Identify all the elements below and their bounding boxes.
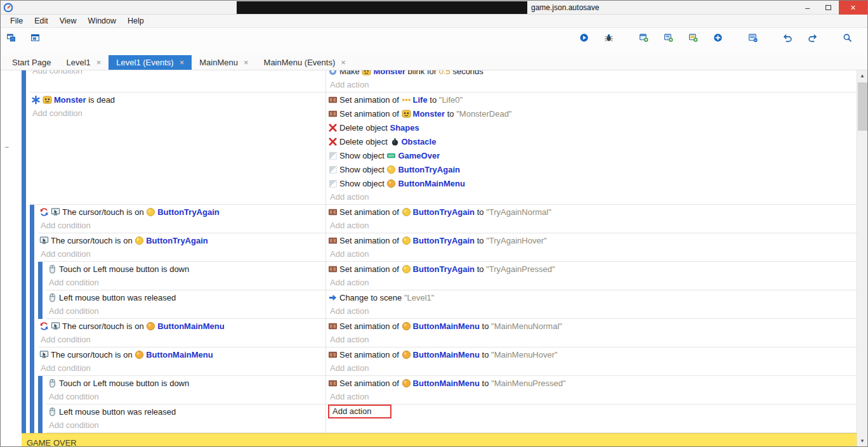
scrollbar-thumb[interactable] [858, 82, 867, 131]
condition-line[interactable]: The cursor/touch is on ButtonMainMenu [39, 319, 326, 333]
collapse-events-button[interactable] [747, 32, 768, 52]
object-name: ButtonTryAgain [398, 165, 460, 174]
add-condition-link[interactable]: Add condition [48, 276, 326, 290]
action-line[interactable]: Set animation of ButtonMainMenu to "Main… [328, 347, 857, 361]
add-subevent-button[interactable] [663, 32, 683, 52]
add-action-link[interactable]: Add action [328, 219, 857, 233]
vertical-scrollbar[interactable]: ▲ ▼ [857, 70, 867, 446]
action-line[interactable]: Set animation of Life to "Life0" [328, 93, 857, 107]
close-button[interactable]: × [839, 1, 867, 15]
debugger-button[interactable] [603, 32, 624, 52]
condition-line[interactable]: Touch or Left mouse button is down [48, 376, 326, 390]
search-button[interactable] [842, 32, 862, 52]
maximize-button[interactable] [818, 1, 839, 15]
event-body: The cursor/touch is on ButtonMainMenuAdd… [38, 347, 857, 376]
preview-icon [579, 33, 596, 50]
event-indent-rail [22, 233, 26, 262]
action-line[interactable]: Make Monster blink for 0.5 seconds [328, 70, 857, 78]
condition-line[interactable]: Monster is dead [31, 93, 326, 107]
add-action-link[interactable]: Add action [328, 247, 857, 261]
add-event-button[interactable] [638, 32, 659, 52]
add-action-link[interactable]: Add action [328, 405, 391, 418]
action-line[interactable]: Set animation of Monster to "MonsterDead… [328, 107, 857, 120]
condition-line[interactable]: Touch or Left mouse button is down [48, 262, 326, 276]
add-comment-icon [688, 33, 706, 50]
redo-button[interactable] [807, 32, 827, 52]
action-line[interactable]: Set animation of ButtonMainMenu to "Main… [328, 376, 857, 390]
action-line[interactable]: Set animation of ButtonTryAgain to "TryA… [328, 233, 857, 247]
add-condition-link[interactable]: Add condition [31, 107, 326, 120]
action-line[interactable]: Delete object Shapes [328, 120, 857, 134]
action-line[interactable]: Show object ButtonTryAgain [328, 162, 857, 176]
scene-icon [328, 293, 338, 302]
text-segment: is dead [86, 95, 115, 105]
comment-row[interactable]: GAME OVER [22, 433, 857, 446]
action-line[interactable]: Delete object Obstacle [328, 134, 857, 148]
event-indent-rail [22, 319, 26, 347]
action-line[interactable]: Set animation of ButtonTryAgain to "TryA… [328, 205, 857, 219]
actions-cell: Set animation of ButtonMainMenu to "Main… [326, 376, 857, 404]
scene-editor-button[interactable] [6, 32, 26, 52]
add-comment-button[interactable] [688, 32, 708, 52]
scroll-up-button[interactable]: ▲ [857, 70, 867, 81]
add-condition-link[interactable]: Add condition [39, 333, 326, 347]
tab-level1[interactable]: Level1× [58, 55, 109, 70]
condition-line[interactable]: Left mouse button was released [48, 405, 326, 418]
action-line[interactable]: Change to scene "Level1" [328, 290, 857, 304]
external-events-button[interactable] [30, 32, 50, 52]
tab-mainmenu-events[interactable]: MainMenu (Events)× [256, 55, 353, 70]
add-other-event-button[interactable] [713, 32, 733, 52]
life-icon [402, 95, 411, 105]
action-line[interactable]: Set animation of ButtonTryAgain to "TryA… [328, 262, 857, 276]
add-action-link[interactable]: Add action [328, 361, 857, 375]
undo-button[interactable] [782, 32, 803, 52]
event-indent-rail [30, 262, 34, 290]
tab-start-page[interactable]: Start Page [4, 55, 58, 70]
add-condition-link[interactable]: Add condition [31, 70, 326, 78]
condition-line[interactable]: Left mouse button was released [48, 290, 326, 304]
add-condition-link[interactable]: Add condition [39, 361, 326, 375]
add-condition-link[interactable]: Add condition [39, 219, 326, 233]
add-action-link[interactable]: Add action [328, 333, 857, 347]
add-action-link[interactable]: Add action [328, 304, 857, 318]
actions-cell: Set animation of ButtonTryAgain to "TryA… [326, 262, 857, 290]
text-segment: Set animation of [339, 207, 402, 217]
add-action-link[interactable]: Add action [328, 390, 857, 404]
add-condition-link[interactable]: Add condition [48, 390, 326, 404]
menu-help[interactable]: Help [122, 15, 150, 27]
add-action-link[interactable]: Add action [328, 276, 857, 290]
tab-mainmenu[interactable]: MainMenu× [192, 55, 256, 70]
condition-line[interactable]: The cursor/touch is on ButtonTryAgain [39, 205, 326, 219]
menu-window[interactable]: Window [82, 15, 122, 27]
action-line[interactable]: Show object ButtonMainMenu [328, 176, 857, 190]
add-action-link[interactable]: Add action [328, 190, 857, 204]
minimize-button[interactable]: – [797, 1, 818, 15]
tab-level1-events[interactable]: Level1 (Events)× [109, 55, 192, 70]
obstacle-icon [390, 137, 400, 146]
condition-icon [31, 95, 41, 105]
menu-edit[interactable]: Edit [29, 15, 54, 27]
scroll-down-button[interactable]: ▼ [857, 436, 867, 446]
menu-file[interactable]: File [4, 15, 29, 27]
tab-close-icon[interactable]: × [180, 58, 185, 67]
tab-close-icon[interactable]: × [96, 58, 102, 67]
add-condition-link[interactable]: Add condition [48, 418, 326, 432]
window-title: game.json.autosave [531, 1, 599, 15]
add-condition-link[interactable]: Add condition [39, 247, 326, 261]
condition-line[interactable]: The cursor/touch is on ButtonMainMenu [39, 347, 326, 361]
collapse-event-marker[interactable]: − [4, 143, 9, 151]
menu-view[interactable]: View [54, 15, 82, 27]
tab-close-icon[interactable]: × [341, 58, 346, 67]
text-segment: seconds [450, 70, 483, 76]
add-condition-link[interactable]: Add condition [48, 304, 326, 318]
action-line[interactable]: Show object GameOver [328, 148, 857, 162]
preview-button[interactable] [579, 32, 599, 52]
text-segment: to [480, 321, 491, 331]
collapse-events-icon [748, 33, 765, 50]
add-action-link[interactable]: Add action [328, 78, 857, 92]
conditions-cell: The cursor/touch is on ButtonMainMenuAdd… [38, 347, 326, 375]
condition-line[interactable]: The cursor/touch is on ButtonTryAgain [39, 233, 326, 247]
tab-close-icon[interactable]: × [244, 58, 249, 67]
event-gutter [1, 319, 22, 347]
action-line[interactable]: Set animation of ButtonMainMenu to "Main… [328, 319, 857, 333]
